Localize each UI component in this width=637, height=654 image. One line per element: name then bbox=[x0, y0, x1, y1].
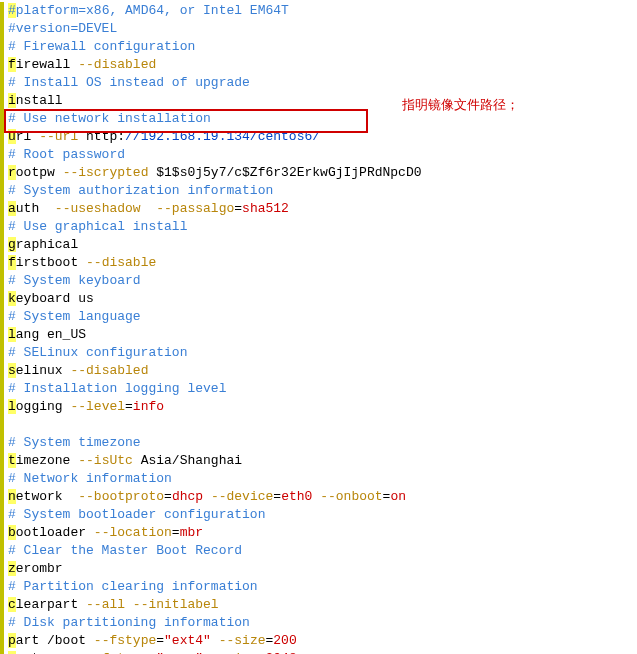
code-token: = bbox=[273, 489, 281, 504]
code-token: --initlabel bbox=[133, 597, 219, 612]
code-token bbox=[211, 633, 219, 648]
code-token: # System timezone bbox=[8, 435, 141, 450]
code-token: raphical bbox=[16, 237, 78, 252]
code-line: # SELinux configuration bbox=[0, 344, 637, 362]
code-token: --passalgo bbox=[156, 201, 234, 216]
code-token: # System language bbox=[8, 309, 141, 324]
code-token: n bbox=[8, 489, 16, 504]
code-token: $1$s0j5y7/c$Zf6r32ErkwGjIjPRdNpcD0 bbox=[148, 165, 421, 180]
code-token: # Installation logging level bbox=[8, 381, 226, 396]
code-line: # System authorization information bbox=[0, 182, 637, 200]
code-line: # System language bbox=[0, 308, 637, 326]
code-token: //192.168.19.134/centos6/ bbox=[125, 129, 320, 144]
code-token: f bbox=[8, 57, 16, 72]
code-token: http: bbox=[78, 129, 125, 144]
code-token: # Clear the Master Boot Record bbox=[8, 543, 242, 558]
code-line: logging --level=info bbox=[0, 398, 637, 416]
code-line: # System bootloader configuration bbox=[0, 506, 637, 524]
code-token: # Use network installation bbox=[8, 111, 211, 126]
code-token: = bbox=[125, 399, 133, 414]
code-token: eyboard us bbox=[16, 291, 94, 306]
code-token: dhcp bbox=[172, 489, 203, 504]
code-line: # Use graphical install bbox=[0, 218, 637, 236]
annotation-text: 指明镜像文件路径； bbox=[402, 96, 519, 114]
code-line: # Installation logging level bbox=[0, 380, 637, 398]
code-token: rl bbox=[16, 129, 39, 144]
code-line: # Network information bbox=[0, 470, 637, 488]
code-token: # Firewall configuration bbox=[8, 39, 195, 54]
code-token: nstall bbox=[16, 93, 63, 108]
code-token: b bbox=[8, 525, 16, 540]
code-line: auth --useshadow --passalgo=sha512 bbox=[0, 200, 637, 218]
code-line: lang en_US bbox=[0, 326, 637, 344]
code-token: uth bbox=[16, 201, 55, 216]
code-line: # Use network installation bbox=[0, 110, 637, 128]
code-token: --disabled bbox=[70, 363, 148, 378]
code-token bbox=[203, 489, 211, 504]
code-token: 200 bbox=[273, 633, 296, 648]
code-token: ang en_US bbox=[16, 327, 86, 342]
code-token: --url bbox=[39, 129, 78, 144]
code-token: imezone bbox=[16, 453, 78, 468]
code-line: install bbox=[0, 92, 637, 110]
code-token: --all bbox=[86, 597, 125, 612]
code-token: # Root password bbox=[8, 147, 125, 162]
code-token: mbr bbox=[180, 525, 203, 540]
code-token: --disable bbox=[86, 255, 156, 270]
code-token: l bbox=[8, 399, 16, 414]
code-token: p bbox=[8, 633, 16, 648]
code-token: platform=x86, AMD64, or Intel EM64T bbox=[16, 3, 289, 18]
code-token: --level bbox=[70, 399, 125, 414]
code-token: # System authorization information bbox=[8, 183, 273, 198]
code-line: # Firewall configuration bbox=[0, 38, 637, 56]
code-line: # Partition clearing information bbox=[0, 578, 637, 596]
code-token: # System bootloader configuration bbox=[8, 507, 265, 522]
code-token bbox=[312, 489, 320, 504]
code-token: info bbox=[133, 399, 164, 414]
code-token: #version=DEVEL bbox=[8, 21, 117, 36]
code-token: on bbox=[390, 489, 406, 504]
code-line: part /boot --fstype="ext4" --size=200 bbox=[0, 632, 637, 650]
code-token: ogging bbox=[16, 399, 71, 414]
code-token: c bbox=[8, 597, 16, 612]
code-token: ootpw bbox=[16, 165, 63, 180]
code-line: rootpw --iscrypted $1$s0j5y7/c$Zf6r32Erk… bbox=[0, 164, 637, 182]
code-token: # Install OS instead of upgrade bbox=[8, 75, 250, 90]
code-token: l bbox=[8, 327, 16, 342]
code-line: # Install OS instead of upgrade bbox=[0, 74, 637, 92]
code-editor: #platform=x86, AMD64, or Intel EM64T#ver… bbox=[0, 0, 637, 654]
code-token: --useshadow bbox=[55, 201, 141, 216]
code-line: part swap --fstype="swap" --size=2048 bbox=[0, 650, 637, 654]
code-token bbox=[8, 417, 16, 432]
code-token: elinux bbox=[16, 363, 71, 378]
code-token: --device bbox=[211, 489, 273, 504]
code-line: firewall --disabled bbox=[0, 56, 637, 74]
code-token: ootloader bbox=[16, 525, 94, 540]
code-line bbox=[0, 416, 637, 434]
code-token: t bbox=[8, 453, 16, 468]
code-token: --bootproto bbox=[78, 489, 164, 504]
code-line: firstboot --disable bbox=[0, 254, 637, 272]
code-line: # System keyboard bbox=[0, 272, 637, 290]
code-token: # SELinux configuration bbox=[8, 345, 187, 360]
code-token: --iscrypted bbox=[63, 165, 149, 180]
code-line: #version=DEVEL bbox=[0, 20, 637, 38]
code-token: --disabled bbox=[78, 57, 156, 72]
code-line: # Root password bbox=[0, 146, 637, 164]
code-token: # Disk partitioning information bbox=[8, 615, 250, 630]
code-line: timezone --isUtc Asia/Shanghai bbox=[0, 452, 637, 470]
code-line: url --url http://192.168.19.134/centos6/ bbox=[0, 128, 637, 146]
code-token: z bbox=[8, 561, 16, 576]
code-token: # bbox=[8, 3, 16, 18]
code-token: erombr bbox=[16, 561, 63, 576]
code-token bbox=[125, 597, 133, 612]
code-token: s bbox=[8, 363, 16, 378]
code-token: a bbox=[8, 201, 16, 216]
code-token: r bbox=[8, 165, 16, 180]
code-line: selinux --disabled bbox=[0, 362, 637, 380]
code-token: # System keyboard bbox=[8, 273, 141, 288]
code-token: = bbox=[172, 525, 180, 540]
code-token: --size bbox=[219, 633, 266, 648]
code-token: irstboot bbox=[16, 255, 86, 270]
code-token: = bbox=[156, 633, 164, 648]
